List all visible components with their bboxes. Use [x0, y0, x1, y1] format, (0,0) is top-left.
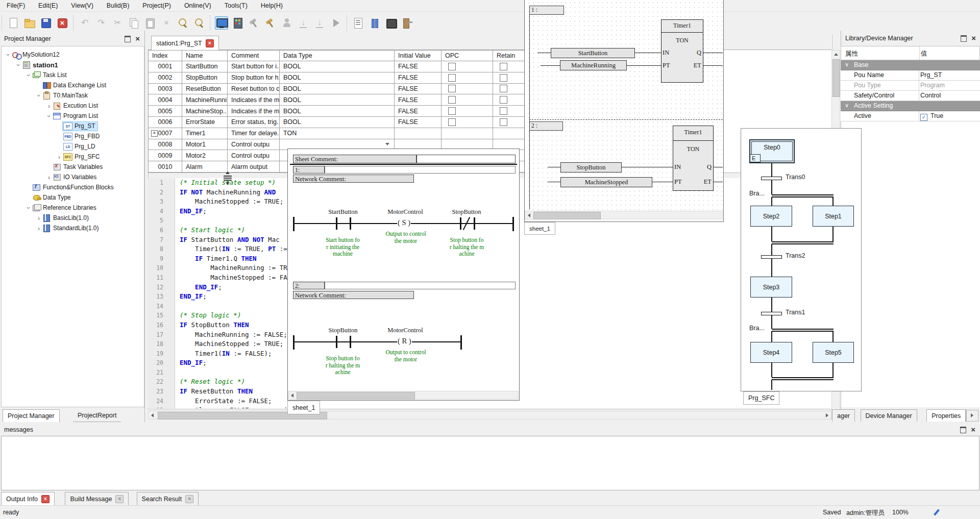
cell-comment-row9[interactable]: Control outpu: [228, 150, 280, 161]
tree-item-reference-libraries[interactable]: ›Reference Libraries: [2, 203, 143, 213]
cell-data-type-row7[interactable]: TON: [280, 128, 395, 139]
sfc-trans2[interactable]: [761, 255, 782, 259]
cell-name-row10[interactable]: Alarm: [182, 161, 228, 172]
chevron-collapsed-icon[interactable]: ›: [35, 214, 42, 222]
cell-data-type-row1[interactable]: BOOL: [280, 61, 395, 72]
cell-comment-row6[interactable]: Error status, trig...: [228, 117, 280, 128]
chevron-collapsed-icon[interactable]: ›: [35, 225, 42, 232]
new-file-icon[interactable]: [7, 16, 20, 30]
output-tab-build-message[interactable]: Build Message×: [65, 492, 129, 505]
ld-sheet-comment-bar[interactable]: Sheet Comment:: [293, 155, 416, 163]
opc-checkbox[interactable]: [448, 118, 456, 126]
sfc-step4[interactable]: Step4: [750, 342, 792, 363]
panel-tab-projectreport[interactable]: ProjectReport: [73, 409, 121, 422]
cell-opc-row2[interactable]: [442, 72, 493, 84]
chevron-expanded-icon[interactable]: ›: [15, 61, 22, 68]
menu-bulid[interactable]: Bulid(B): [100, 1, 136, 11]
output-tab-output-info[interactable]: Output Info×: [1, 492, 55, 505]
cell-data-type-row2[interactable]: BOOL: [280, 72, 395, 84]
close-panel-icon[interactable]: ×: [971, 427, 975, 432]
tree-item-data-type[interactable]: Data Type: [2, 192, 143, 203]
chevron-collapsed-icon[interactable]: ›: [45, 174, 53, 181]
tree-item-task-variables[interactable]: Task Variables: [2, 162, 143, 172]
float-panel-icon[interactable]: [125, 36, 131, 42]
chevron-expanded-icon[interactable]: ›: [35, 92, 43, 99]
tree-item-standardlib-1-0-[interactable]: ›StandardLib(1.0): [2, 223, 143, 233]
column-header-opc[interactable]: OPC: [442, 50, 493, 61]
ld-rung1-contact1[interactable]: [336, 217, 337, 230]
fbd-timer1-block-net2[interactable]: Timer1 TON IN Q PT ET: [673, 126, 714, 191]
group-chevron-icon[interactable]: ∨: [845, 102, 849, 109]
fbd-input-machinestopped[interactable]: MachineStopped: [560, 177, 652, 187]
column-header-data-type[interactable]: Data Type: [280, 50, 395, 61]
tree-item-io-variables[interactable]: ›IO Variables: [2, 172, 143, 182]
cell-comment-row7[interactable]: Timer for delaye...: [228, 128, 280, 139]
ld-rung1-contact2[interactable]: [460, 217, 461, 230]
cell-initial-value-row6[interactable]: FALSE: [395, 117, 442, 128]
cell-comment-row3[interactable]: Reset button to c...: [228, 84, 280, 95]
chevron-collapsed-icon[interactable]: ›: [56, 153, 63, 161]
retain-checkbox[interactable]: [500, 107, 507, 115]
ld-rung2-coil[interactable]: ( R ): [397, 337, 412, 345]
rebuild-icon[interactable]: [264, 16, 277, 30]
cell-opc-row6[interactable]: [442, 117, 493, 128]
cell-initial-value-row1[interactable]: FALSE: [395, 61, 442, 72]
sfc-step2[interactable]: Step2: [750, 206, 792, 227]
tree-item-prg-ld[interactable]: LDPrg_LD: [2, 141, 143, 152]
close-panel-icon[interactable]: ×: [971, 36, 976, 41]
download-icon[interactable]: ↓: [297, 16, 310, 30]
ld-sheet-tab[interactable]: sheet_1: [287, 401, 320, 414]
cell-initial-value-row2[interactable]: FALSE: [395, 72, 442, 84]
retain-checkbox[interactable]: [500, 74, 507, 82]
float-panel-icon[interactable]: [961, 35, 967, 42]
run-icon[interactable]: [329, 16, 342, 30]
paste-icon[interactable]: [143, 16, 157, 30]
tree-item-data-exchange-list[interactable]: Data Exchange List: [2, 80, 143, 90]
close-document-tab-icon[interactable]: ×: [206, 39, 214, 47]
cell-name-row2[interactable]: StopButton: [182, 72, 228, 84]
cell-opc-row7[interactable]: [442, 128, 493, 139]
right-tab-ager[interactable]: ager: [832, 409, 855, 422]
property-value[interactable]: Control: [920, 92, 941, 99]
true-checkbox[interactable]: ✓: [920, 114, 927, 121]
property-value[interactable]: Program: [920, 82, 945, 89]
opc-checkbox[interactable]: [448, 96, 456, 104]
retain-checkbox[interactable]: [500, 85, 507, 92]
ld-network1-title-input[interactable]: [325, 166, 516, 174]
fbd-input-startbutton[interactable]: StartButton: [551, 48, 635, 58]
cell-opc-row1[interactable]: [442, 61, 493, 72]
monitor-icon[interactable]: [215, 16, 228, 30]
messages-content[interactable]: [1, 436, 979, 490]
chevron-expanded-icon[interactable]: ›: [5, 51, 12, 58]
main-h-scrollbar[interactable]: [148, 411, 831, 419]
menu-file[interactable]: File(F): [0, 1, 32, 11]
close-panel-icon[interactable]: ×: [135, 36, 140, 41]
property-row-pou-type[interactable]: Pou TypeProgram: [841, 81, 980, 91]
column-header-name[interactable]: Name: [182, 50, 228, 61]
build-icon[interactable]: [248, 16, 261, 30]
property-row-pou-name[interactable]: Pou NamePrg_ST: [841, 70, 980, 81]
fbd-input-stopbutton[interactable]: StopButton: [560, 162, 622, 172]
menu-online[interactable]: Online(V): [178, 1, 218, 11]
cell-data-type-row6[interactable]: BOOL: [280, 117, 395, 128]
opc-checkbox[interactable]: [448, 107, 456, 115]
tree-item-task-list[interactable]: ›Task List: [2, 70, 143, 80]
menu-tools[interactable]: Tools(T): [218, 1, 254, 11]
ld-h-scrollbar[interactable]: [288, 391, 519, 400]
fbd-input-machinerunning[interactable]: MachineRunning: [560, 60, 627, 70]
find-icon[interactable]: [176, 16, 189, 30]
ld-network2-title-input[interactable]: [325, 282, 516, 289]
right-tab-properties[interactable]: Properties: [926, 409, 966, 422]
tree-item-function-function-blocks[interactable]: Function&Function Blocks: [2, 182, 143, 192]
fbd-network1-label[interactable]: 1 :: [529, 6, 564, 15]
fbd-network2-label[interactable]: 2 :: [529, 121, 563, 131]
ld-network2-label[interactable]: 2:: [293, 282, 325, 289]
sfc-step1[interactable]: Step1: [813, 206, 854, 227]
tree-item-mysolution12[interactable]: ›MySolution12: [2, 50, 143, 60]
sfc-trans0[interactable]: [761, 177, 782, 180]
retain-checkbox[interactable]: [500, 96, 507, 104]
menu-help[interactable]: Help(H): [254, 1, 289, 11]
cell-opc-row3[interactable]: [442, 84, 493, 95]
ld-network1-comment-bar[interactable]: Network Comment:: [293, 175, 414, 183]
property-row-active[interactable]: Active✓True: [841, 111, 980, 121]
